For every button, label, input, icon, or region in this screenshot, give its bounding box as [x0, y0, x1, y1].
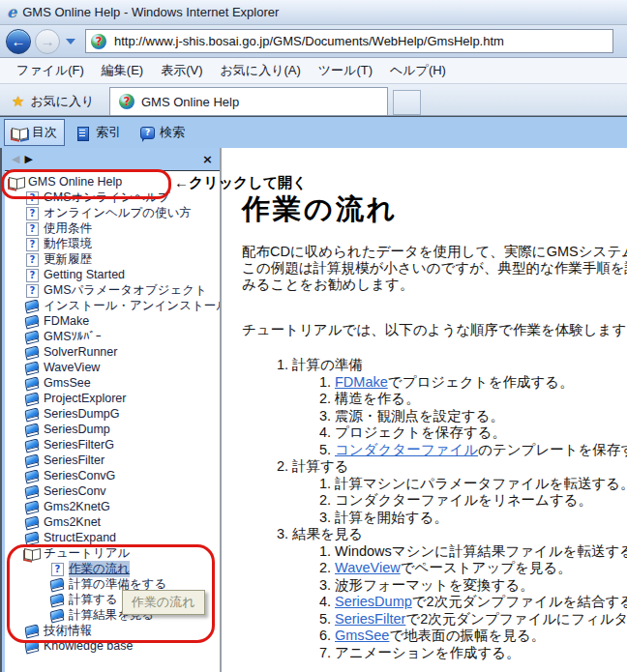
tree-item-label: 技術情報	[44, 623, 92, 639]
favorites-button[interactable]: ★ お気に入り	[6, 90, 100, 113]
content-link[interactable]: WaveView	[335, 560, 401, 575]
tab-contents[interactable]: 目次	[4, 119, 65, 146]
content-link[interactable]: SeriesFilter	[335, 611, 405, 627]
menu-tools[interactable]: ツール(T)	[310, 58, 381, 83]
new-tab-button[interactable]	[393, 90, 421, 115]
tree-item[interactable]: 使用条件	[5, 220, 220, 236]
menu-edit[interactable]: 編集(E)	[93, 58, 152, 83]
tree-item[interactable]: GMSパラメータオブジェクト	[5, 282, 220, 298]
tree-item[interactable]: SeriesFilterG	[5, 437, 220, 453]
tree-item[interactable]: GmsSee	[5, 375, 220, 391]
tree-item[interactable]: StructExpand	[5, 530, 220, 545]
address-bar[interactable]	[85, 29, 613, 53]
menu-favorites[interactable]: お気に入り(A)	[212, 58, 310, 83]
tree-item-label: Knowledge base	[44, 639, 133, 653]
intro-line: みることをお勧めします。	[242, 277, 627, 293]
menu-bar: ファイル(F) 編集(E) 表示(V) お気に入り(A) ツール(T) ヘルプ(…	[0, 58, 627, 84]
tab-favicon-globe-icon	[119, 94, 134, 109]
substep-item: Windowsマシンに計算結果ファイルを転送する。	[335, 543, 627, 561]
pane-forward-arrow-icon[interactable]: ▶	[24, 153, 32, 165]
pane-header: ◀ ▶ ×	[5, 148, 220, 171]
tree-item[interactable]: SeriesConv	[5, 483, 220, 499]
tab-bar: ★ お気に入り GMS Online Help	[0, 84, 627, 116]
content-link[interactable]: GmsSee	[335, 628, 389, 643]
search-bubble-icon	[139, 126, 156, 140]
closed-book-icon	[24, 624, 41, 638]
tree-item[interactable]: Gms2Knet	[5, 514, 220, 530]
page-favicon-globe-icon	[91, 34, 106, 49]
tree-item[interactable]: WaveView	[5, 360, 220, 375]
tree-item-label: WaveView	[44, 361, 100, 374]
substep-item: プロジェクトを保存する。	[335, 424, 627, 442]
browser-tab-active[interactable]: GMS Online Help	[109, 87, 388, 115]
address-input[interactable]	[112, 33, 608, 49]
tree-item[interactable]: 更新履歴	[5, 251, 220, 267]
tree-item[interactable]: SolverRunner	[5, 344, 220, 360]
help-topic-icon	[24, 221, 41, 236]
tree-item-label: Gms2Knet	[44, 515, 101, 529]
menu-file[interactable]: ファイル(F)	[8, 58, 93, 83]
closed-book-icon	[24, 330, 41, 344]
tab-index[interactable]: 索引	[68, 119, 129, 146]
tab-search[interactable]: 検索	[132, 119, 193, 146]
window-title: GMS Online Help - Windows Internet Explo…	[22, 5, 279, 19]
substep-item: FDMakeでプロジェクトを作成する。	[335, 374, 627, 392]
substep-item: コンダクターファイルをリネームする。	[335, 492, 627, 510]
tree-item[interactable]: オンラインヘルプの使い方	[5, 205, 220, 220]
closed-book-icon	[24, 361, 41, 375]
tree-item-label: チュートリアル	[44, 545, 130, 562]
tree-item[interactable]: FDMake	[5, 313, 220, 329]
tree-item[interactable]: 作業の流れ	[5, 561, 220, 576]
closed-book-icon	[24, 407, 41, 422]
tree-item[interactable]: Getting Started	[5, 267, 220, 282]
tree-item[interactable]: SeriesConvG	[5, 468, 220, 483]
pane-back-arrow-icon[interactable]: ◀	[12, 153, 19, 165]
tree-item[interactable]: 技術情報	[5, 623, 220, 638]
tree-item-label: SeriesDumpG	[44, 407, 120, 421]
tree-item-label: GmsSee	[44, 376, 91, 390]
tree-item-label: 更新履歴	[44, 251, 92, 268]
pane-divider[interactable]	[220, 148, 228, 672]
tree-item[interactable]: SeriesDumpG	[5, 406, 220, 422]
closed-book-icon	[24, 531, 41, 545]
substeps-list: 計算マシンにパラメータファイルを転送する。コンダクターファイルをリネームする。計…	[292, 476, 627, 527]
tree-item-tooltip: 作業の流れ	[122, 590, 205, 615]
substep-item: GmsSeeで地表面の振幅を見る。	[335, 628, 627, 645]
menu-help[interactable]: ヘルプ(H)	[381, 58, 455, 83]
tree-item[interactable]: SeriesFilter	[5, 453, 220, 468]
help-topic-icon	[24, 206, 41, 220]
menu-view[interactable]: 表示(V)	[152, 58, 211, 83]
tree-item-label: 使用条件	[44, 220, 92, 237]
substep-item: SeriesFilterで2次元ダンプファイルにフィルタ処理を施	[335, 611, 627, 628]
tree-item[interactable]: ProjectExplorer	[5, 391, 220, 406]
tree-item[interactable]: 動作環境	[5, 236, 220, 251]
substeps-list: FDMakeでプロジェクトを作成する。構造を作る。震源・観測点を設定する。プロジ…	[292, 374, 627, 459]
forward-button[interactable]: →	[35, 29, 60, 54]
intro-line: この例題は計算規模が小さいのですが、典型的な作業手順を試	[242, 260, 627, 277]
content-link[interactable]: コンダクターファイル	[335, 442, 478, 457]
closed-book-icon	[49, 608, 66, 623]
tree-item[interactable]: SeriesDump	[5, 422, 220, 437]
content-link[interactable]: SeriesDump	[335, 594, 412, 609]
closed-book-icon	[24, 453, 41, 468]
open-book-icon	[9, 175, 25, 190]
pane-close-icon[interactable]: ×	[202, 153, 213, 165]
tree-item[interactable]: Gms2KnetG	[5, 499, 220, 514]
recent-pages-dropdown-icon[interactable]	[66, 39, 75, 44]
help-topic-icon	[24, 268, 41, 282]
help-topic-icon	[49, 562, 66, 576]
internet-explorer-icon: e	[7, 3, 16, 21]
closed-book-icon	[24, 314, 41, 329]
tree-item[interactable]: Knowledge base	[5, 638, 220, 654]
closed-book-icon	[24, 376, 41, 391]
tab-contents-label: 目次	[32, 124, 57, 141]
closed-book-icon	[49, 577, 66, 592]
tree-item[interactable]: チュートリアル	[5, 545, 220, 561]
tree-item[interactable]: GMSｿﾙﾊﾞｰ	[5, 329, 220, 344]
window-titlebar: e GMS Online Help - Windows Internet Exp…	[0, 0, 627, 25]
open-book-icon	[24, 546, 41, 561]
content-link[interactable]: FDMake	[335, 374, 388, 390]
tree-item[interactable]: インストール・アンインストール	[5, 298, 220, 313]
closed-book-icon	[24, 345, 41, 360]
back-button[interactable]: ←	[6, 29, 31, 54]
